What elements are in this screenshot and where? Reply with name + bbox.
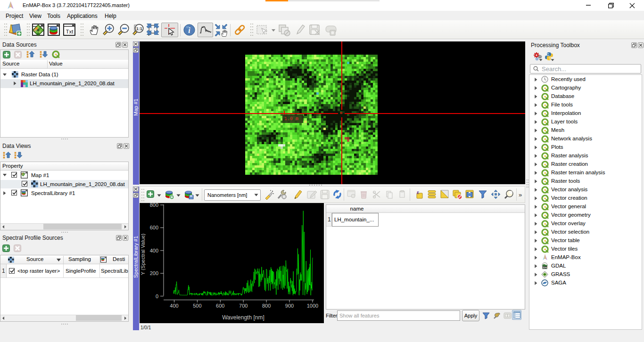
svg-text:700: 700: [239, 303, 248, 309]
svg-text:Wavelength [nm]: Wavelength [nm]: [222, 314, 264, 321]
svg-text:200: 200: [150, 270, 158, 276]
svg-text:600: 600: [150, 225, 158, 230]
svg-text:0: 0: [156, 293, 158, 299]
svg-text:900: 900: [285, 303, 294, 309]
svg-text:600: 600: [216, 303, 224, 309]
svg-text:1:1: 1:1: [136, 26, 142, 31]
svg-text:GDAL: GDAL: [542, 267, 548, 269]
svg-text:400: 400: [150, 248, 158, 253]
svg-text:800: 800: [262, 303, 271, 309]
svg-text:ε: ε: [417, 189, 419, 195]
svg-text:1000: 1000: [307, 303, 318, 309]
svg-text:i: i: [188, 26, 190, 34]
svg-text:800: 800: [150, 203, 158, 208]
svg-text:400: 400: [170, 303, 178, 309]
svg-text:500: 500: [193, 303, 201, 309]
svg-text:Txt: Txt: [66, 29, 74, 34]
